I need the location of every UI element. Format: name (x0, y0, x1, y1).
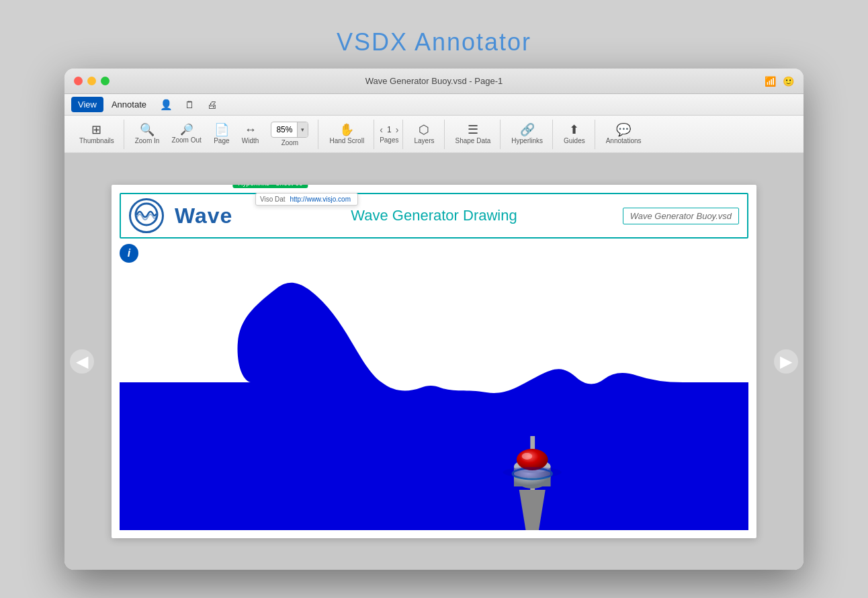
zoom-in-icon: 🔍 (140, 124, 155, 136)
toolbar-group-handscroll: ✋ Hand Scroll (320, 120, 374, 149)
zoom-input-group: ▾ Zoom (265, 119, 314, 149)
face-icon: 🙂 (783, 76, 794, 87)
prev-page-button[interactable]: ‹ (380, 124, 383, 135)
toolbar: ⊞ Thumbnails 🔍 Zoom In 🔎 Zoom Out 📄 Page… (64, 116, 804, 153)
document-page: Hyperlinks - Sheet-33 Viso Dat http://ww… (112, 185, 756, 538)
person-icon[interactable]: 👤 (155, 96, 178, 114)
toolbar-group-shape: ☰ Shape Data (446, 120, 501, 149)
close-button[interactable] (74, 77, 83, 85)
thumbnails-label: Thumbnails (79, 137, 114, 144)
thumbnails-button[interactable]: ⊞ Thumbnails (74, 121, 120, 147)
toolbar-group-guides: ⬆ Guides (554, 120, 595, 149)
zoom-field[interactable] (271, 125, 297, 134)
fullscreen-button[interactable] (101, 77, 110, 85)
shape-data-label: Shape Data (455, 137, 491, 144)
thumbnails-icon: ⊞ (91, 124, 101, 136)
toolbar-group-annotations: 💬 Annotations (597, 120, 651, 149)
header-wave-title: Wave (175, 204, 232, 228)
svg-point-8 (522, 453, 533, 460)
toolbar-group-thumbnails: ⊞ Thumbnails (70, 120, 124, 149)
traffic-lights (74, 77, 110, 85)
zoom-label: Zoom (281, 139, 299, 146)
hyperlinks-icon: 🔗 (520, 124, 535, 136)
hand-scroll-label: Hand Scroll (329, 137, 364, 144)
annotations-label: Annotations (606, 137, 642, 144)
zoom-out-label: Zoom Out (171, 136, 201, 144)
wifi-icon: 📶 (765, 76, 776, 87)
info-icon-area: i (112, 239, 756, 268)
guides-icon: ⬆ (569, 124, 579, 136)
app-title: VSDX Annotator (337, 28, 531, 56)
hyperlink-url-label: Viso Dat (260, 196, 286, 203)
shape-data-icon: ☰ (468, 124, 478, 136)
hand-scroll-button[interactable]: ✋ Hand Scroll (324, 121, 370, 147)
toolbar-group-view-options: ⬡ Layers ✓ Water ✓ Title Notes (404, 120, 444, 149)
menu-item-annotate[interactable]: Annotate (105, 97, 153, 112)
window-title: Wave Generator Buoy.vsd - Page-1 (365, 76, 503, 86)
nav-arrow-left[interactable]: ◀ (70, 349, 94, 374)
width-label: Width (242, 137, 259, 144)
pages-label: Pages (380, 136, 398, 144)
hyperlinks-button[interactable]: 🔗 Hyperlinks (506, 121, 548, 147)
hand-scroll-icon: ✋ (339, 124, 354, 136)
guides-label: Guides (564, 137, 585, 144)
pages-nav-controls: ‹ 1 › (380, 124, 398, 135)
page-logo (129, 198, 164, 233)
mac-window: Wave Generator Buoy.vsd - Page-1 📶 🙂 Vie… (64, 69, 804, 570)
next-page-button[interactable]: › (396, 124, 399, 135)
page-number: 1 (387, 125, 392, 134)
zoom-in-label: Zoom In (135, 137, 160, 144)
page-label: Page (214, 137, 229, 144)
hyperlinks-label: Hyperlinks (511, 137, 543, 144)
zoom-input-wrap[interactable]: ▾ (271, 122, 308, 138)
header-filename: Wave Generator Buoy.vsd (623, 208, 739, 224)
hyperlink-url[interactable]: http://www.visjo.com (290, 196, 351, 203)
hyperlink-tooltip: Hyperlinks - Sheet-33 (232, 185, 308, 188)
title-bar-icons: 📶 🙂 (765, 76, 794, 87)
pages-nav: ‹ 1 › Pages (380, 124, 398, 144)
hyperlink-details: Viso Dat http://www.visjo.com (255, 193, 358, 206)
menu-item-view[interactable]: View (71, 97, 103, 112)
svg-point-9 (503, 467, 562, 478)
page-header: Hyperlinks - Sheet-33 Viso Dat http://ww… (120, 193, 748, 239)
guides-button[interactable]: ⬆ Guides (558, 121, 591, 147)
width-button[interactable]: ↔ Width (236, 121, 265, 147)
menu-bar: View Annotate 👤 🗒 🖨 (64, 94, 804, 116)
title-bar: Wave Generator Buoy.vsd - Page-1 📶 🙂 (64, 69, 804, 94)
wave-icon (134, 202, 159, 229)
annotations-icon: 💬 (616, 124, 631, 136)
width-icon: ↔ (245, 124, 257, 136)
minimize-button[interactable] (87, 77, 96, 85)
toolbar-group-hyperlinks: 🔗 Hyperlinks (502, 120, 553, 149)
zoom-dropdown-arrow[interactable]: ▾ (297, 122, 308, 138)
wave-svg (120, 268, 748, 530)
pages-icon[interactable]: 🗒 (179, 96, 200, 113)
zoom-out-button[interactable]: 🔎 Zoom Out (166, 122, 206, 146)
content-area: ◀ ▶ Hyperlinks - Sheet-33 Viso Dat http:… (64, 153, 804, 570)
annotations-button[interactable]: 💬 Annotations (601, 121, 647, 147)
layers-icon: ⬡ (419, 124, 429, 136)
page-icon: 📄 (214, 124, 229, 136)
layers-label: Layers (414, 137, 434, 144)
layers-button[interactable]: ⬡ Layers (408, 121, 439, 147)
shape-data-button[interactable]: ☰ Shape Data (450, 121, 496, 147)
printer-icon[interactable]: 🖨 (202, 96, 222, 113)
zoom-in-button[interactable]: 🔍 Zoom In (130, 121, 165, 147)
toolbar-group-pages: ‹ 1 › Pages (376, 120, 403, 149)
toolbar-group-zoom: 🔍 Zoom In 🔎 Zoom Out 📄 Page ↔ Width ▾ (126, 120, 319, 149)
wave-diagram (120, 268, 748, 530)
info-icon[interactable]: i (120, 244, 138, 263)
nav-arrow-right[interactable]: ▶ (774, 349, 798, 374)
header-subtitle: Wave Generator Drawing (351, 207, 517, 224)
zoom-out-icon: 🔎 (180, 124, 193, 135)
page-button[interactable]: 📄 Page (208, 121, 235, 147)
